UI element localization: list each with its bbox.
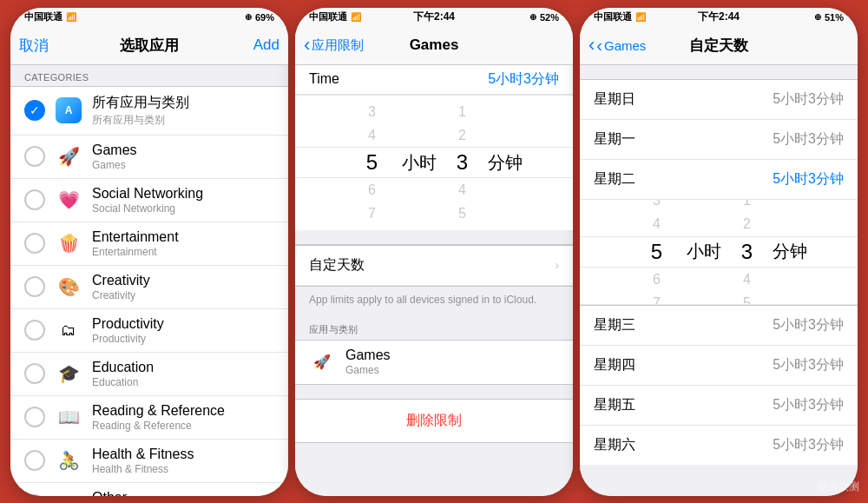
battery-icon-2: ⊕ xyxy=(529,12,536,22)
battery-icon-1: ⊕ xyxy=(245,12,252,22)
item-title: Creativity xyxy=(92,273,278,288)
day-time: 5小时3分钟 xyxy=(773,396,844,414)
back-button-2[interactable]: 应用限制 xyxy=(304,36,364,55)
radio-entertainment[interactable] xyxy=(24,233,45,254)
carrier-2: 中国联通 xyxy=(309,10,347,23)
item-subtitle: Health & Fitness xyxy=(92,463,278,475)
item-title: Health & Fitness xyxy=(92,447,278,462)
phone2: 中国联通 📶 下午2:44 ⊕ 52% 应用限制 Games Time 5小时3… xyxy=(295,8,573,496)
item-title: 所有应用与类别 xyxy=(92,94,278,112)
categories-header: CATEGORIES xyxy=(10,65,288,86)
item-title: Social Networking xyxy=(92,186,278,202)
item-subtitle: Social Networking xyxy=(92,202,278,215)
back-button-3[interactable]: ‹Games xyxy=(589,36,646,55)
list-item[interactable]: 💗 Social Networking Social Networking xyxy=(10,179,288,222)
battery-pct-1: 69% xyxy=(255,12,274,23)
item-title: Reading & Reference xyxy=(92,403,278,419)
item-text-all: 所有应用与类别 所有应用与类别 xyxy=(92,94,278,128)
list-item[interactable]: 🎓 Education Education xyxy=(10,353,288,396)
cancel-button[interactable]: 取消 xyxy=(19,36,49,56)
icon-education: 🎓 xyxy=(56,361,82,387)
item-text-education: Education Education xyxy=(92,360,278,388)
icon-other: ••• xyxy=(56,492,82,496)
unit-min: 分钟 xyxy=(488,151,523,175)
item-title: Entertainment xyxy=(92,229,278,245)
status-left-3: 中国联通 📶 xyxy=(594,10,646,23)
day-time: 5小时3分钟 xyxy=(773,316,844,334)
picker-min-4: 4 xyxy=(458,178,466,202)
day-item-monday[interactable]: 星期一 5小时3分钟 xyxy=(580,120,858,160)
radio-productivity[interactable] xyxy=(24,320,45,341)
list-item[interactable]: 🎨 Creativity Creativity xyxy=(10,266,288,309)
time-3: 下午2:44 xyxy=(698,10,740,24)
day-name: 星期四 xyxy=(594,356,635,374)
radio-creativity[interactable] xyxy=(24,276,45,297)
wifi-icon-3: 📶 xyxy=(635,12,646,22)
time-row: Time 5小时3分钟 xyxy=(295,65,573,95)
item-text-social: Social Networking Social Networking xyxy=(92,186,278,215)
item-subtitle: Games xyxy=(92,159,278,171)
icon-productivity: 🗂 xyxy=(56,317,82,343)
radio-other[interactable] xyxy=(24,494,45,496)
battery-pct-2: 52% xyxy=(540,12,559,23)
check-icon: ✓ xyxy=(30,103,40,117)
icon-games-app: 🚀 xyxy=(309,349,335,375)
icon-all: A xyxy=(56,97,82,123)
watermark: 新浪众测 xyxy=(818,480,859,494)
p3-min-5: 5 xyxy=(743,291,751,304)
radio-health[interactable] xyxy=(24,450,45,471)
apps-section-header: 应用与类别 xyxy=(295,313,573,340)
delete-button[interactable]: 删除限制 xyxy=(295,399,573,443)
list-item[interactable]: 🚴 Health & Fitness Health & Fitness xyxy=(10,440,288,483)
phone3: 中国联通 📶 下午2:44 ⊕ 51% ‹Games 自定天数 星期日 5小时3… xyxy=(580,8,858,496)
wifi-icon-1: 📶 xyxy=(66,12,76,22)
radio-reading[interactable] xyxy=(24,407,45,427)
radio-all[interactable]: ✓ xyxy=(24,100,45,121)
day-item-tuesday[interactable]: 星期二 5小时3分钟 xyxy=(580,160,858,199)
item-text-productivity: Productivity Productivity xyxy=(92,316,278,345)
time-value: 5小时3分钟 xyxy=(488,70,559,89)
day-item-sunday[interactable]: 星期日 5小时3分钟 xyxy=(580,80,858,120)
item-text-creativity: Creativity Creativity xyxy=(92,273,278,301)
item-subtitle: Creativity xyxy=(92,289,278,301)
time-picker[interactable]: 2 3 4 5 6 7 8 小时 0 1 2 xyxy=(295,96,573,230)
day-list-top: 星期日 5小时3分钟 星期一 5小时3分钟 星期二 5小时3分钟 xyxy=(580,79,858,199)
customize-days-row[interactable]: 自定天数 › xyxy=(295,245,573,286)
day-time-highlighted: 5小时3分钟 xyxy=(773,170,844,189)
picker-min-2: 2 xyxy=(458,123,466,147)
add-button[interactable]: Add xyxy=(253,36,279,54)
list-item[interactable]: 🚀 Games Games xyxy=(10,136,288,179)
list-item[interactable]: 📖 Reading & Reference Reading & Referenc… xyxy=(10,396,288,440)
list-item[interactable]: ••• Other Other xyxy=(10,483,288,496)
radio-education[interactable] xyxy=(24,363,45,384)
day-item-thursday[interactable]: 星期四 5小时3分钟 xyxy=(580,346,858,386)
day-name: 星期六 xyxy=(594,436,635,454)
list-item-games[interactable]: 🚀 Games Games xyxy=(295,341,573,384)
day-name: 星期一 xyxy=(594,130,635,149)
battery-icon-3: ⊕ xyxy=(814,12,821,22)
icon-games: 🚀 xyxy=(56,143,82,169)
day-item-saturday[interactable]: 星期六 5小时3分钟 xyxy=(580,426,858,465)
carrier-3: 中国联通 xyxy=(594,10,632,23)
item-title: Education xyxy=(92,360,278,375)
radio-games[interactable] xyxy=(24,146,45,167)
nav-bar-2: 应用限制 Games xyxy=(295,27,573,65)
day-item-wednesday[interactable]: 星期三 5小时3分钟 xyxy=(580,306,858,346)
item-subtitle: Entertainment xyxy=(92,246,278,258)
status-right-1: ⊕ 69% xyxy=(245,12,274,23)
day-list-bottom: 星期三 5小时3分钟 星期四 5小时3分钟 星期五 5小时3分钟 星期六 5小时… xyxy=(580,305,858,465)
status-left-1: 中国联通 📶 xyxy=(24,10,76,23)
list-item[interactable]: ✓ A 所有应用与类别 所有应用与类别 xyxy=(10,87,288,136)
item-text-entertainment: Entertainment Entertainment xyxy=(92,229,278,258)
list-item[interactable]: 🗂 Productivity Productivity xyxy=(10,309,288,353)
list-item[interactable]: 🍿 Entertainment Entertainment xyxy=(10,222,288,266)
radio-social[interactable] xyxy=(24,189,45,210)
status-bar-3: 中国联通 📶 下午2:44 ⊕ 51% xyxy=(580,8,858,27)
carrier-1: 中国联通 xyxy=(24,10,62,23)
status-bar-2: 中国联通 📶 下午2:44 ⊕ 52% xyxy=(295,8,573,27)
status-bar-1: 中国联通 📶 下午1:18 ⊕ 69% xyxy=(10,8,288,27)
item-text-other: Other Other xyxy=(92,490,278,496)
nav-bar-1: 取消 选取应用 Add xyxy=(10,27,288,65)
page-title-1: 选取应用 xyxy=(10,36,288,56)
day-item-friday[interactable]: 星期五 5小时3分钟 xyxy=(580,386,858,426)
